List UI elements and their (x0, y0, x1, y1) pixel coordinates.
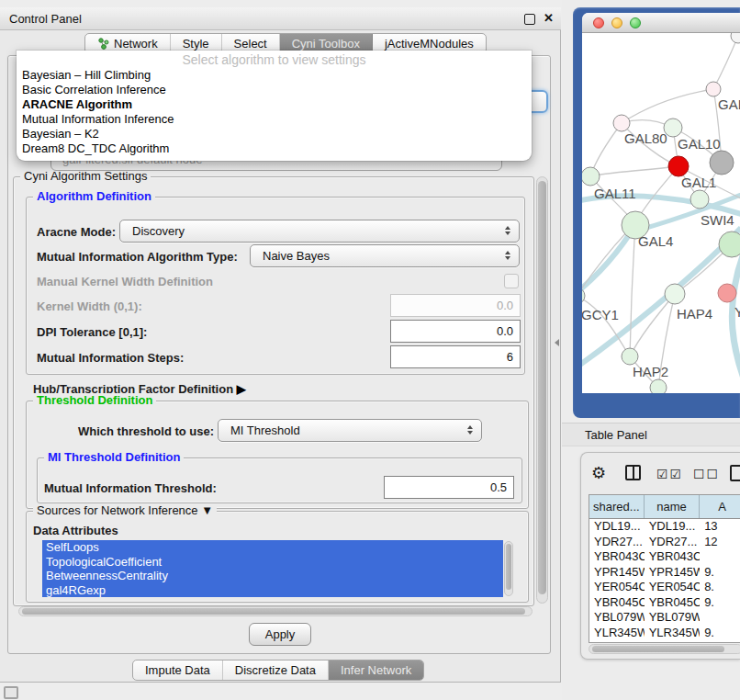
mi-threshold-group-title: MI Threshold Definition (44, 450, 184, 464)
table-column-header[interactable]: A (700, 495, 740, 518)
sources-title: Sources for Network Inference (37, 503, 198, 517)
aracne-mode-combo[interactable]: Discovery (119, 220, 520, 243)
minimized-panel-icon[interactable] (4, 686, 18, 699)
table-cell: YER054C (645, 580, 700, 595)
close-icon[interactable]: ✕ (544, 11, 554, 25)
mi-type-combo[interactable]: Naive Bayes (250, 244, 520, 267)
table-panel-titlebar: Table Panel (562, 423, 740, 446)
table-row[interactable]: YBR045CYBR045C9. (589, 595, 740, 611)
table-cell: YDL19... (589, 519, 645, 535)
table-row[interactable]: YLL053CYLL053C9 (589, 640, 740, 643)
attribute-list-item[interactable]: TopologicalCoefficient (42, 555, 503, 570)
table-cell (700, 549, 740, 565)
table-panel-title: Table Panel (585, 428, 647, 442)
threshold-definition-title: Threshold Definition (33, 393, 156, 407)
tab-label: Impute Data (145, 663, 210, 677)
table-horizontal-scrollbar[interactable] (589, 644, 740, 654)
unchecked-boxes-icon[interactable]: ☐☐ (693, 467, 720, 481)
algorithm-option[interactable]: Bayesian – Hill Climbing (17, 68, 532, 83)
columns-icon[interactable] (625, 465, 641, 480)
tab-infer-network[interactable]: Infer Network (329, 660, 423, 680)
spinner-arrows-icon (505, 226, 510, 235)
data-attributes-label: Data Attributes (33, 524, 118, 537)
aracne-mode-value: Discovery (132, 224, 185, 238)
table-cell: YBR043C (645, 549, 700, 565)
node-label: GAL11 (594, 186, 636, 201)
zoom-traffic-light-icon[interactable] (630, 17, 641, 28)
node-gal1 (668, 156, 689, 176)
algorithm-dropdown-list: Select algorithm to view settings Bayesi… (17, 51, 532, 161)
checked-boxes-icon[interactable]: ☑☑ (656, 467, 683, 481)
close-traffic-light-icon[interactable] (593, 17, 604, 28)
table-column-header[interactable]: shared... (589, 495, 645, 518)
float-window-icon[interactable] (524, 14, 535, 25)
control-panel-title: Control Panel (9, 12, 82, 26)
mi-steps-label: Mutual Information Steps: (37, 351, 184, 365)
attribute-list-item[interactable]: SelfLoops (42, 540, 503, 555)
table-cell: YLL053C (645, 640, 700, 643)
which-threshold-label: Which threshold to use: (78, 424, 214, 438)
table-cell: YBR045C (645, 595, 700, 611)
algorithm-option[interactable]: Basic Correlation Inference (17, 83, 532, 97)
table-cell: 9. (700, 626, 740, 641)
mi-threshold-field[interactable]: 0.5 (384, 476, 514, 499)
data-attributes-list[interactable]: SelfLoopsTopologicalCoefficientBetweenne… (42, 540, 503, 597)
algorithm-option[interactable]: ARACNE Algorithm (17, 97, 532, 112)
node-label: HAP4 (677, 306, 712, 322)
kernel-width-field[interactable]: 0.0 (390, 294, 521, 317)
sources-toggle[interactable]: Sources for Network Inference ▼ (33, 503, 217, 517)
minimize-traffic-light-icon[interactable] (611, 17, 622, 28)
table-cell: YLR345W (589, 626, 645, 641)
attribute-list-item[interactable]: BetweennessCentrality (42, 569, 503, 583)
network-view-window: GALGAL80GAL10GAL1GAL11SWI4GAL4GCY1HAP4YH… (582, 13, 740, 393)
apply-button[interactable]: Apply (249, 623, 311, 646)
which-threshold-value: MI Threshold (230, 423, 300, 437)
table-cell: YBL079W (589, 610, 645, 626)
table-column-header[interactable]: name (645, 495, 701, 518)
attribute-list-item[interactable]: gal4RGexp (42, 583, 503, 598)
network-canvas[interactable]: GALGAL80GAL10GAL1GAL11SWI4GAL4GCY1HAP4YH… (582, 33, 740, 393)
algorithm-option[interactable]: Dream8 DC_TDC Algorithm (17, 141, 532, 156)
node-attribute-table[interactable]: shared...nameA YDL19...YDL19...13YDR27..… (589, 494, 740, 643)
tab-discretize-data[interactable]: Discretize Data (223, 660, 329, 680)
settings-horizontal-scrollbar[interactable] (18, 606, 533, 616)
kernel-width-label: Kernel Width (0,1): (37, 299, 142, 313)
network-window-titlebar[interactable] (582, 13, 740, 33)
tab-impute-data[interactable]: Impute Data (133, 660, 223, 680)
table-header-row[interactable]: shared...nameA (589, 495, 740, 519)
tab-label: Style (183, 37, 209, 51)
table-row[interactable]: YLR345WYLR345W9. (589, 626, 740, 641)
table-cell: YLR345W (645, 626, 700, 641)
mi-threshold-label: Mutual Information Threshold: (44, 481, 217, 495)
which-threshold-combo[interactable]: MI Threshold (218, 419, 482, 442)
table-cell: YDR27... (589, 535, 645, 550)
aracne-mode-label: Aracne Mode: (37, 225, 116, 239)
table-row[interactable]: YER054CYER054C8. (589, 580, 740, 595)
node (650, 379, 667, 393)
table-row[interactable]: YBR043CYBR043C (589, 549, 740, 565)
settings-vertical-scrollbar[interactable] (536, 176, 548, 604)
mi-steps-field[interactable]: 6 (390, 345, 521, 368)
document-icon[interactable] (730, 465, 740, 481)
algorithm-dropdown-placeholder: Select algorithm to view settings (17, 52, 532, 68)
algorithm-option[interactable]: Bayesian – K2 (17, 127, 532, 141)
attribute-list-scrollbar[interactable] (504, 541, 513, 596)
spinner-arrows-icon (467, 425, 473, 435)
control-panel-titlebar: Control Panel ✕ (0, 7, 561, 30)
table-panel-window: ⚙ ☑☑ ☐☐ shared...nameA YDL19...YDL19...1… (580, 452, 740, 660)
tab-label: Cyni Toolbox (292, 37, 360, 51)
algorithm-option[interactable]: Mutual Information Inference (17, 112, 532, 127)
table-row[interactable]: YDR27...YDR27...12 (589, 535, 740, 550)
table-row[interactable]: YBL079WYBL079W (589, 610, 740, 626)
manual-kernel-label: Manual Kernel Width Definition (37, 275, 213, 288)
table-row[interactable]: YPR145WYPR145W9. (589, 565, 740, 581)
gear-icon[interactable]: ⚙ (591, 463, 606, 483)
splitter-handle[interactable] (555, 339, 559, 346)
node-label: HAP2 (633, 364, 668, 379)
manual-kernel-checkbox[interactable] (504, 274, 519, 288)
table-row[interactable]: YDL19...YDL19...13 (589, 519, 740, 535)
node-labels: GALGAL80GAL10GAL1GAL11SWI4GAL4GCY1HAP4YH… (582, 96, 740, 379)
network-icon (97, 38, 109, 50)
node (718, 284, 736, 302)
dpi-tolerance-field[interactable]: 0.0 (390, 320, 521, 343)
